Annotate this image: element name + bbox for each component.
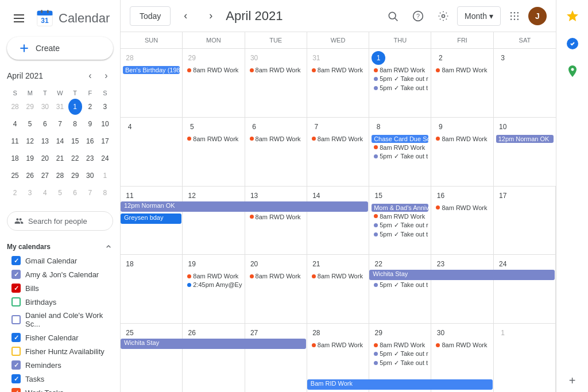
cell-apr7[interactable]: 7 8am RWD Work <box>307 118 369 186</box>
event-rwd18[interactable]: 8am RWD Work <box>310 272 366 280</box>
mini-day[interactable]: 15 <box>68 133 82 149</box>
mini-day[interactable]: 8 <box>68 116 82 132</box>
mini-day[interactable]: 1 <box>98 168 112 184</box>
day-13[interactable]: 13 <box>247 189 261 203</box>
day-11[interactable]: 11 <box>123 189 137 203</box>
event-rwd17[interactable]: 8am RWD Work <box>247 272 304 280</box>
event-rwd1[interactable]: 8am RWD Work <box>185 66 242 74</box>
event-takeout4[interactable]: 5pm ✓ Take out re <box>372 221 428 230</box>
cell-apr2[interactable]: 2 8am RWD Work <box>431 49 493 117</box>
mini-cal-prev[interactable]: ‹ <box>83 69 97 83</box>
event-rwd9[interactable]: 8am RWD Work <box>372 143 428 152</box>
cell-apr1[interactable]: 1 8am RWD Work 5pm ✓ Take out re 5pm ✓ T… <box>369 49 431 117</box>
calendar-checkbox[interactable] <box>11 315 21 324</box>
mini-day[interactable]: 3 <box>23 185 37 201</box>
cell-mar28[interactable]: 28 Ben's Birthday (1981) <box>121 49 183 117</box>
help-button[interactable]: ? <box>407 5 430 28</box>
mini-day[interactable]: 20 <box>38 150 52 166</box>
cell-apr5[interactable]: 5 8am RWD Work <box>183 118 245 186</box>
mini-day[interactable]: 12 <box>23 133 37 149</box>
mini-day[interactable]: 5 <box>23 116 37 132</box>
day-27[interactable]: 27 <box>247 326 261 340</box>
calendar-item[interactable]: Fisher Calendar <box>7 331 113 344</box>
day-7[interactable]: 7 <box>310 120 323 134</box>
span-norman-ok[interactable]: 12pm Norman OK <box>121 201 368 212</box>
event-rwd10[interactable]: 8am RWD Work <box>434 135 490 143</box>
cell-apr18[interactable]: 18 <box>121 255 183 323</box>
cell-apr15[interactable]: 15 Mom & Dad's Annive 8am RWD Work 5pm ✓… <box>369 187 431 255</box>
mini-day[interactable]: 28 <box>8 99 22 115</box>
mini-day[interactable]: 5 <box>53 185 67 201</box>
event-rwd25[interactable]: 8am RWD Work <box>434 341 490 349</box>
mini-day[interactable]: 10 <box>98 116 112 132</box>
cell-apr3[interactable]: 3 <box>494 49 556 117</box>
day-26[interactable]: 26 <box>185 326 199 340</box>
mini-day[interactable]: 4 <box>38 185 52 201</box>
day-21[interactable]: 21 <box>310 257 323 271</box>
calendar-item[interactable]: Gmail Calendar <box>7 254 113 267</box>
mini-day[interactable]: 30 <box>38 99 52 115</box>
calendar-item[interactable]: Birthdays <box>7 295 113 309</box>
mini-day[interactable]: 2 <box>8 185 22 201</box>
calendar-item[interactable]: Bills <box>7 281 113 295</box>
event-rwd14[interactable]: 8am RWD Work <box>372 212 428 220</box>
mini-day[interactable]: 18 <box>8 150 22 166</box>
calendar-checkbox[interactable] <box>11 333 21 342</box>
day-23[interactable]: 23 <box>434 257 447 271</box>
calendar-checkbox[interactable] <box>11 284 21 293</box>
day-9[interactable]: 9 <box>434 120 447 134</box>
mini-cal-next[interactable]: › <box>99 69 113 83</box>
cell-apr20[interactable]: 20 8am RWD Work <box>245 255 307 323</box>
today-button[interactable]: Today <box>130 6 171 26</box>
apps-button[interactable] <box>503 5 526 28</box>
mini-day[interactable]: 26 <box>23 168 37 184</box>
calendar-checkbox[interactable] <box>11 374 21 383</box>
view-selector[interactable]: Month ▾ <box>457 6 501 26</box>
cell-apr21[interactable]: 21 8am RWD Work <box>307 255 369 323</box>
right-icon-check[interactable] <box>561 32 584 55</box>
my-calendars-header[interactable]: My calendars <box>7 238 113 254</box>
mini-day[interactable]: 29 <box>23 99 37 115</box>
event-moms-anni[interactable]: Mom & Dad's Annive <box>372 204 428 212</box>
mini-day[interactable]: 2 <box>83 99 97 115</box>
mini-day[interactable]: 13 <box>38 133 52 149</box>
cell-apr13[interactable]: 13 7am ✓ Patch Tues 8am RWD Work <box>245 187 307 255</box>
mini-day[interactable]: 31 <box>53 99 67 115</box>
cell-apr10[interactable]: 10 12pm Norman OK <box>494 118 556 186</box>
mini-day[interactable]: 16 <box>83 133 97 149</box>
cell-apr8[interactable]: 8 Chase Card Due Soo 8am RWD Work 5pm ✓ … <box>369 118 431 186</box>
calendar-checkbox[interactable] <box>11 347 21 356</box>
event-rwd23[interactable]: 8am RWD Work <box>310 341 366 349</box>
mini-day[interactable]: 7 <box>83 185 97 201</box>
event-rwd2[interactable]: 8am RWD Work <box>247 66 304 74</box>
event-norman-ok1[interactable]: 12pm Norman OK <box>496 135 554 143</box>
day-12[interactable]: 12 <box>185 189 199 203</box>
day-22[interactable]: 22 <box>372 257 385 271</box>
day-18[interactable]: 18 <box>123 257 137 271</box>
span-greysen[interactable]: Greysen bday <box>121 214 181 224</box>
day-14[interactable]: 14 <box>310 189 323 203</box>
day-10[interactable]: 10 <box>496 120 510 134</box>
mini-day[interactable]: 30 <box>83 168 97 184</box>
mini-day[interactable]: 1 <box>68 99 82 115</box>
event-rwd24[interactable]: 8am RWD Work <box>372 341 428 349</box>
day-4[interactable]: 4 <box>123 120 137 134</box>
event-rwd4[interactable]: 8am RWD Work <box>372 66 428 74</box>
mini-day[interactable]: 7 <box>53 116 67 132</box>
mini-day[interactable]: 14 <box>53 133 67 149</box>
calendar-item[interactable]: Work Tasks <box>7 386 113 392</box>
day-may1[interactable]: 1 <box>496 326 510 340</box>
day-28[interactable]: 28 <box>123 51 137 65</box>
mini-day[interactable]: 4 <box>8 116 22 132</box>
event-rwd8[interactable]: 8am RWD Work <box>310 135 366 143</box>
calendar-checkbox[interactable] <box>11 270 21 279</box>
cell-apr14[interactable]: 14 8am RWD Work <box>307 187 369 255</box>
cell-apr26[interactable]: 26 8am RWD Work <box>183 324 245 392</box>
event-rwd5[interactable]: 8am RWD Work <box>434 66 490 74</box>
hamburger-menu[interactable] <box>9 10 29 27</box>
add-fab[interactable]: + <box>564 370 581 392</box>
cell-apr25[interactable]: 25 <box>121 324 183 392</box>
right-icon-star[interactable] <box>561 5 584 28</box>
day-29[interactable]: 29 <box>185 51 199 65</box>
day-2[interactable]: 2 <box>434 51 447 65</box>
